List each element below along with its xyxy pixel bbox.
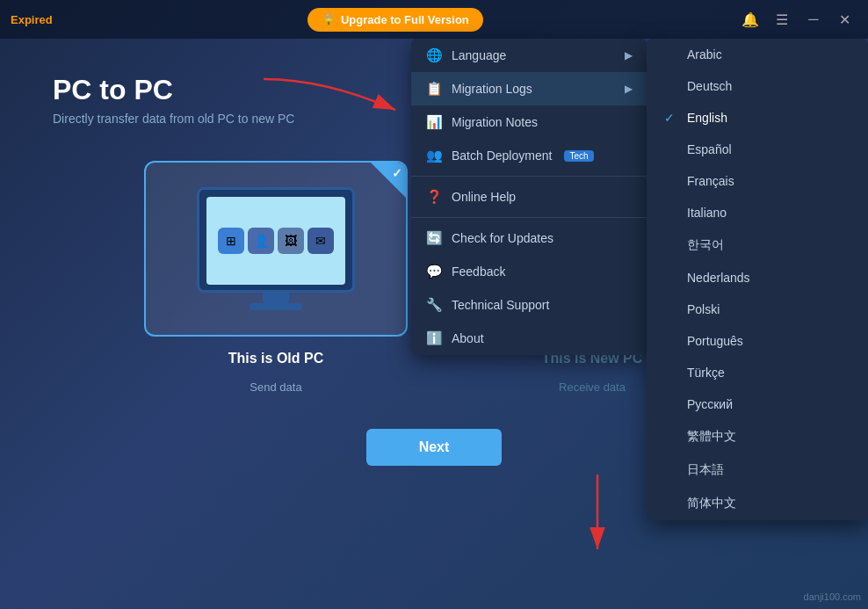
app-icon-2: 👤 [248, 228, 274, 254]
lang-item-italiano[interactable]: Italiano [647, 197, 868, 228]
monitor: ⊞ 👤 🖼 ✉ [197, 187, 355, 293]
monitor-base [250, 303, 302, 310]
title-bar: Expired 🔒 Upgrade to Full Version 🔔 ☰ ─ … [0, 0, 868, 39]
feedback-icon: 💬 [425, 264, 443, 279]
lang-item-korean[interactable]: 한국어 [647, 228, 868, 262]
menu-item-check-updates[interactable]: 🔄 Check for Updates [411, 221, 647, 255]
close-icon[interactable]: ✕ [833, 7, 857, 32]
lang-russian: Русский [687, 397, 733, 411]
expired-label: Expired [11, 13, 53, 26]
menu-separator-2 [411, 217, 647, 218]
app-window: Expired 🔒 Upgrade to Full Version 🔔 ☰ ─ … [0, 0, 868, 609]
batch-deployment-icon: 👥 [425, 148, 443, 163]
lang-turkce: Türkçe [687, 366, 725, 380]
menu-item-about[interactable]: ℹ️ About [411, 322, 647, 355]
lang-item-simplified-chinese[interactable]: 简体中文 [647, 487, 868, 520]
lang-italiano: Italiano [687, 206, 727, 220]
lang-item-deutsch[interactable]: Deutsch [647, 70, 868, 102]
watermark: danji100.com [804, 591, 861, 602]
app-icon-1: ⊞ [218, 228, 244, 254]
menu-item-feedback[interactable]: 💬 Feedback [411, 255, 647, 288]
old-pc-box: ✓ ⊞ 👤 🖼 ✉ [144, 161, 408, 337]
monitor-stand [263, 293, 289, 303]
tech-badge: Tech [564, 150, 593, 162]
about-icon: ℹ️ [425, 330, 443, 346]
technical-support-icon: 🔧 [425, 297, 443, 313]
lock-icon: 🔒 [322, 13, 336, 26]
migration-logs-arrow: ▶ [625, 83, 633, 95]
lang-japanese: 日本語 [687, 462, 724, 478]
language-icon: 🌐 [425, 47, 443, 63]
app-icon-4: ✉ [307, 228, 334, 254]
lang-espanol: Español [687, 142, 732, 156]
lang-item-nederlands[interactable]: Nederlands [647, 262, 868, 294]
monitor-wrap: ⊞ 👤 🖼 ✉ [197, 187, 355, 310]
menu-icon[interactable]: ☰ [770, 7, 794, 32]
lang-traditional-chinese: 繁體中文 [687, 429, 736, 445]
check-updates-icon: 🔄 [425, 230, 443, 246]
dropdown-menu: 🌐 Language ▶ 📋 Migration Logs ▶ 📊 Migrat… [411, 39, 647, 355]
about-label: About [452, 331, 484, 345]
upgrade-button[interactable]: 🔒 Upgrade to Full Version [307, 8, 483, 32]
menu-item-batch-deployment[interactable]: 👥 Batch Deployment Tech [411, 139, 647, 172]
online-help-label: Online Help [452, 190, 516, 204]
online-help-icon: ❓ [425, 189, 443, 205]
lang-english: English [687, 111, 727, 125]
lang-item-turkce[interactable]: Türkçe [647, 357, 868, 388]
migration-notes-icon: 📊 [425, 114, 443, 130]
migration-logs-label: Migration Logs [452, 82, 532, 96]
lang-item-polski[interactable]: Polski [647, 294, 868, 325]
title-bar-right: 🔔 ☰ ─ ✕ [738, 7, 857, 32]
technical-support-label: Technical Support [452, 298, 549, 312]
lang-francais: Français [687, 174, 734, 188]
menu-item-migration-notes[interactable]: 📊 Migration Notes [411, 105, 647, 139]
menu-item-online-help[interactable]: ❓ Online Help [411, 180, 647, 214]
lang-item-russian[interactable]: Русский [647, 388, 868, 420]
lang-item-english[interactable]: ✓ English [647, 102, 868, 134]
menu-item-language[interactable]: 🌐 Language ▶ [411, 39, 647, 72]
lang-nederlands: Nederlands [687, 271, 750, 285]
notification-icon[interactable]: 🔔 [738, 7, 763, 32]
lang-arabic: Arabic [687, 47, 722, 62]
lang-item-portugues[interactable]: Português [647, 325, 868, 357]
lang-item-espanol[interactable]: Español [647, 134, 868, 165]
new-pc-sublabel: Receive data [559, 381, 626, 394]
checkmark: ✓ [371, 163, 406, 198]
monitor-screen: ⊞ 👤 🖼 ✉ [206, 197, 345, 285]
lang-item-japanese[interactable]: 日本語 [647, 453, 868, 487]
lang-polski: Polski [687, 302, 720, 316]
menu-separator-1 [411, 176, 647, 177]
lang-deutsch: Deutsch [687, 79, 732, 93]
old-pc-sublabel: Send data [250, 381, 301, 394]
check-english: ✓ [664, 111, 678, 125]
menu-item-migration-logs[interactable]: 📋 Migration Logs ▶ [411, 72, 647, 105]
minimize-icon[interactable]: ─ [801, 7, 826, 32]
check-updates-label: Check for Updates [452, 231, 553, 245]
old-pc-label: This is Old PC [228, 351, 323, 366]
menu-item-technical-support[interactable]: 🔧 Technical Support [411, 288, 647, 322]
lang-item-arabic[interactable]: Arabic [647, 39, 868, 70]
lang-item-traditional-chinese[interactable]: 繁體中文 [647, 420, 868, 453]
upgrade-label: Upgrade to Full Version [341, 13, 469, 26]
title-bar-left: Expired [11, 13, 53, 26]
lang-simplified-chinese: 简体中文 [687, 496, 736, 511]
batch-deployment-label: Batch Deployment [452, 149, 552, 163]
lang-korean: 한국어 [687, 237, 724, 253]
language-arrow: ▶ [625, 49, 633, 62]
app-icon-3: 🖼 [278, 228, 304, 254]
migration-logs-icon: 📋 [425, 81, 443, 97]
next-button[interactable]: Next [366, 429, 503, 466]
migration-notes-label: Migration Notes [452, 115, 538, 129]
old-pc-card[interactable]: ✓ ⊞ 👤 🖼 ✉ [144, 161, 408, 394]
lang-item-francais[interactable]: Français [647, 165, 868, 197]
language-label: Language [452, 48, 506, 62]
feedback-label: Feedback [452, 265, 505, 279]
language-submenu: Arabic Deutsch ✓ English Español Françai… [647, 39, 868, 520]
lang-portugues: Português [687, 334, 743, 348]
